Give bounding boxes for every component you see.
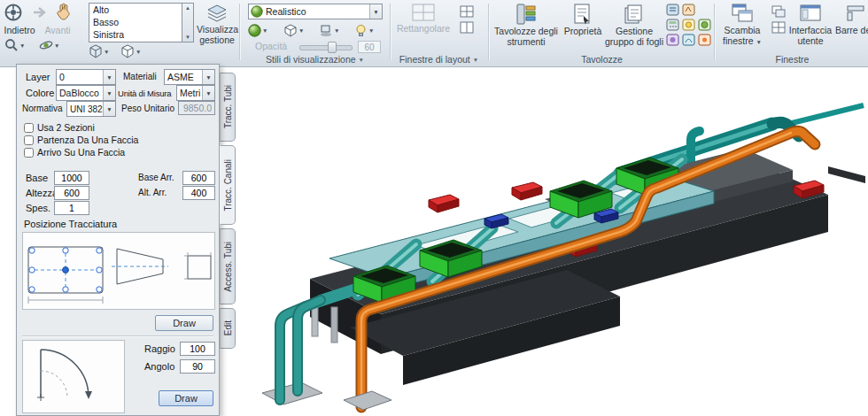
forward-button[interactable]: Avanti xyxy=(41,26,74,36)
materials-palette-icon[interactable] xyxy=(698,19,711,31)
named-viewports-icon[interactable] xyxy=(460,5,474,18)
view-option-basso[interactable]: Basso xyxy=(89,16,182,28)
user-interface-button[interactable]: Interfaccia utente xyxy=(787,26,833,46)
tab-tracc-canali[interactable]: Tracc. Canali xyxy=(220,145,236,225)
zoom-button[interactable]: ▼ xyxy=(4,38,25,52)
tile-windows-icon[interactable] xyxy=(771,21,786,34)
ribbon-group-layout-viewports: Rettangolare xyxy=(392,0,485,53)
normativa-value: UNI 3824 xyxy=(67,104,103,114)
lights-palette-icon[interactable] xyxy=(682,19,695,31)
chevron-down-icon: ▼ xyxy=(54,42,59,49)
draw-elbow-button[interactable]: Draw xyxy=(159,390,213,406)
checkbox-arrivo-faccia[interactable]: Arrivo Su Una Faccia xyxy=(24,147,125,158)
tab-edit-label: Edit xyxy=(223,320,233,335)
opacity-slider-thumb[interactable] xyxy=(328,42,337,53)
steering-wheel-icon[interactable] xyxy=(4,3,23,22)
sun-properties-icon[interactable] xyxy=(698,34,711,46)
draw-duct-button[interactable]: Draw xyxy=(155,315,213,331)
ribbon-separator xyxy=(488,4,489,60)
ribbon-group-navigate: Indietro Avanti ▼ ▼ xyxy=(0,0,85,53)
alt-arr-input[interactable] xyxy=(182,186,215,200)
cube-icon xyxy=(89,44,103,58)
section-windows[interactable]: Finestre xyxy=(717,54,868,65)
edge-style-button[interactable]: ▼ xyxy=(283,24,304,37)
rectangular-viewport-button[interactable]: Rettangolare xyxy=(392,24,454,35)
section-visual-styles[interactable]: Stili di visualizzazione ▼ xyxy=(243,54,387,65)
toolbars-icon xyxy=(846,4,865,23)
tab-edit[interactable]: Edit xyxy=(220,308,236,349)
position-diagram-drawing xyxy=(23,233,214,309)
section-palettes[interactable]: Tavolozze xyxy=(491,54,713,65)
view-option-alto[interactable]: Alto xyxy=(89,4,182,16)
spes-input[interactable] xyxy=(54,201,89,215)
sheet-set-manager-button[interactable]: Gestione gruppo di fogli xyxy=(604,27,664,47)
view-list[interactable]: Alto Basso Sinistra xyxy=(89,3,182,42)
materiali-select[interactable]: ASME ▼ xyxy=(164,69,215,85)
angolo-input[interactable] xyxy=(180,359,215,374)
tab-tracc-tubi[interactable]: Tracc. Tubi xyxy=(220,73,236,142)
checkbox-partenza-faccia[interactable]: Partenza Da Una Faccia xyxy=(24,135,138,145)
view-manager-button[interactable]: Visualizza gestione xyxy=(197,25,237,45)
layer-select[interactable]: 0 ▼ xyxy=(56,69,116,85)
chevron-down-icon: ▼ xyxy=(103,102,115,116)
cascade-windows-icon[interactable] xyxy=(771,5,786,18)
unita-select[interactable]: Metri ▼ xyxy=(176,85,215,101)
ribbon-group-view-manager: Visualizza gestione xyxy=(197,0,237,53)
visual-style-value: Realistico xyxy=(263,6,369,17)
calculator-icon[interactable] xyxy=(666,19,679,31)
position-diagram[interactable] xyxy=(22,232,215,310)
normativa-select[interactable]: UNI 3824 ▼ xyxy=(66,101,116,117)
swap-windows-icon xyxy=(731,3,754,24)
chevron-down-icon: ▼ xyxy=(19,42,25,49)
view-list-scrollbar[interactable]: ▲ ▼ xyxy=(182,3,194,42)
lightbulb-icon xyxy=(354,24,368,37)
arrivo-faccia-label: Arrivo Su Una Faccia xyxy=(37,147,125,158)
chevron-down-icon: ▼ xyxy=(202,70,214,84)
partenza-faccia-checkbox[interactable] xyxy=(24,135,34,145)
back-button[interactable]: Indietro xyxy=(0,26,39,36)
shadow-icon xyxy=(319,24,333,37)
colore-select[interactable]: DaBlocco ▼ xyxy=(56,85,116,101)
pan-hand-icon[interactable] xyxy=(55,2,73,21)
layer-label: Layer xyxy=(26,72,50,82)
motion-palette-icon[interactable] xyxy=(682,34,695,46)
colore-value: DaBlocco xyxy=(57,88,103,98)
designcenter-icon[interactable] xyxy=(666,4,679,16)
checkbox-usa-2-sezioni[interactable]: Usa 2 Sezioni xyxy=(24,122,95,133)
scroll-down-button[interactable]: ▼ xyxy=(185,33,190,42)
orbit-button[interactable]: ▼ xyxy=(39,38,59,52)
properties-button[interactable]: Proprietà xyxy=(563,27,602,37)
base-arr-input[interactable] xyxy=(182,171,215,185)
normativa-label: Normativa xyxy=(22,104,63,113)
join-viewports-icon[interactable] xyxy=(460,21,474,34)
section-layout-viewports[interactable]: Finestre di layout ▼ xyxy=(392,54,485,65)
markup-icon[interactable] xyxy=(682,4,695,16)
toolbars-button[interactable]: Barre de xyxy=(835,26,868,36)
red-box-deck-1 xyxy=(429,195,459,212)
visual-styles-palette-icon[interactable] xyxy=(666,34,679,46)
swap-windows-button[interactable]: Scambia finestre ▼ xyxy=(717,26,768,47)
palette-divider xyxy=(22,335,213,336)
chevron-down-icon: ▼ xyxy=(103,70,115,84)
ribbon-group-palettes: Tavolozze degli strumenti Proprietà Gest… xyxy=(491,0,713,53)
arrivo-faccia-checkbox[interactable] xyxy=(24,148,34,158)
scroll-up-button[interactable]: ▲ xyxy=(185,4,190,12)
opacity-slider[interactable] xyxy=(299,45,353,50)
shadow-button[interactable]: ▼ xyxy=(319,24,339,37)
view-cube-button[interactable]: ▼ xyxy=(89,44,109,58)
tool-palettes-button[interactable]: Tavolozze degli strumenti xyxy=(491,27,562,47)
usa-2-sezioni-checkbox[interactable] xyxy=(24,123,34,133)
sphere-icon xyxy=(248,24,261,37)
altezza-input[interactable] xyxy=(54,186,89,200)
view-option-sinistra[interactable]: Sinistra xyxy=(89,28,182,41)
base-input[interactable] xyxy=(54,171,89,185)
projection-button[interactable]: ▼ xyxy=(120,44,141,58)
visual-style-select[interactable]: Realistico ▼ xyxy=(248,4,383,19)
section-palettes-label: Tavolozze xyxy=(581,54,623,65)
face-style-button[interactable]: ▼ xyxy=(248,24,267,37)
materiali-value: ASME xyxy=(165,72,202,82)
lighting-button[interactable]: ▼ xyxy=(354,24,374,37)
tab-access-tubi[interactable]: Access. Tubi xyxy=(220,228,236,304)
viewport-icon xyxy=(412,4,435,21)
raggio-input[interactable] xyxy=(180,342,215,356)
